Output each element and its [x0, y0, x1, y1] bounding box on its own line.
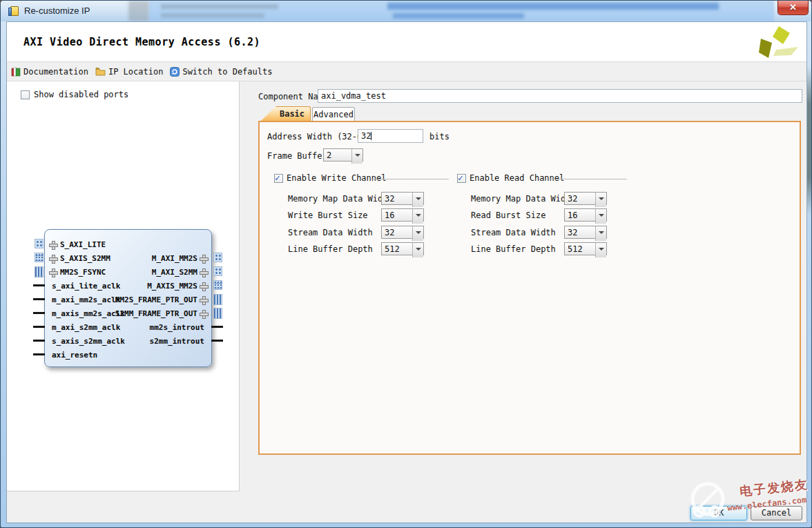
dropdown-arrow-icon	[412, 243, 423, 257]
pin-stub	[211, 340, 223, 342]
enable-write-channel-label: Enable Write Channel	[287, 173, 387, 183]
dropdown-arrow-icon	[595, 226, 606, 241]
cancel-button[interactable]: Cancel	[751, 506, 802, 520]
field-value: 16	[385, 210, 394, 221]
ip-title: AXI Video Direct Memory Access (6.2)	[23, 36, 260, 48]
interface-bars-icon	[213, 308, 222, 319]
field-label: Memory Map Data Width	[288, 194, 393, 204]
address-width-label: Address Width (32-64)	[267, 132, 372, 141]
port-MM2S_FRAME_PTR_OUT: MM2S_FRAME_PTR_OUT	[45, 295, 211, 306]
write-burst-size-dropdown[interactable]: 16	[381, 208, 424, 222]
pin-stub	[211, 326, 223, 328]
titlebar-blur-artifact	[393, 13, 524, 19]
titlebar-blur-artifact	[387, 3, 719, 10]
port-axi_resetn: axi_resetn	[45, 350, 211, 361]
interface-grid-icon	[35, 253, 44, 262]
dialog-body: AXI Video Direct Memory Access (6.2) Doc…	[6, 21, 807, 523]
field-label: Write Burst Size	[288, 211, 368, 220]
field-value: 32	[568, 227, 577, 238]
titlebar[interactable]: Re-customize IP ✕	[1, 1, 812, 21]
close-button[interactable]: ✕	[777, 1, 809, 15]
recustomize-ip-window: Re-customize IP ✕ AXI Video Direct Memor…	[0, 0, 812, 528]
stream-data-width-read-dropdown[interactable]: 32	[564, 226, 607, 239]
dropdown-arrow-icon	[595, 243, 606, 257]
enable-read-channel-checkbox[interactable]	[457, 174, 466, 183]
read-burst-size-dropdown[interactable]: 16	[564, 208, 607, 222]
toolbar: Documentation IP Location Switch to Defa…	[7, 62, 807, 81]
field-label: Line Buffer Depth	[471, 244, 556, 254]
window-title: Re-customize IP	[24, 6, 90, 16]
port-s2mm_introut: s2mm_introut	[45, 336, 211, 347]
address-width-unit: bits	[429, 132, 450, 141]
expand-plus-icon[interactable]	[200, 282, 207, 290]
dropdown-arrow-icon	[412, 193, 423, 207]
titlebar-blur-artifact	[161, 13, 264, 18]
dropdown-arrow-icon	[412, 209, 423, 224]
field-value: 16	[568, 210, 577, 221]
ip-block: S_AXI_LITES_AXIS_S2MMMM2S_FSYNCs_axi_lit…	[44, 229, 212, 367]
tab-basic[interactable]: Basic	[261, 106, 311, 121]
field-label: Memory Map Data Width	[471, 194, 576, 204]
address-width-value: 32	[361, 131, 371, 141]
field-value: 32	[568, 193, 577, 204]
dropdown-arrow-icon	[412, 226, 423, 241]
ip-header: AXI Video Direct Memory Access (6.2)	[7, 22, 807, 62]
mm-data-width-write-dropdown[interactable]: 32	[381, 192, 424, 205]
interface-grid-icon	[213, 280, 222, 290]
port-M_AXI_S2MM: M_AXI_S2MM	[45, 267, 211, 278]
frame-buffers-label: Frame Buffers	[267, 151, 332, 161]
ip-location-button[interactable]: IP Location	[95, 67, 163, 77]
expand-plus-icon[interactable]	[200, 255, 207, 262]
tab-advanced[interactable]: Advanced	[312, 107, 355, 121]
expand-plus-icon[interactable]	[200, 296, 207, 304]
line-buffer-depth-write-dropdown[interactable]: 512	[381, 242, 424, 255]
dropdown-arrow-icon	[351, 149, 362, 164]
field-value: 512	[385, 244, 400, 255]
line-buffer-depth-read-dropdown[interactable]: 512	[564, 242, 607, 255]
write-channel-group-header: Enable Write Channel	[274, 173, 387, 183]
ip-location-label: IP Location	[108, 67, 163, 77]
enable-write-channel-checkbox[interactable]	[274, 174, 283, 183]
documentation-button[interactable]: Documentation	[11, 67, 88, 77]
component-name-input[interactable]	[318, 89, 802, 103]
pin-stub	[33, 353, 45, 355]
show-disabled-ports-label: Show disabled ports	[34, 90, 128, 99]
frame-buffers-dropdown[interactable]: 2	[323, 148, 363, 162]
field-value: 32	[385, 193, 394, 204]
switch-to-defaults-button[interactable]: Switch to Defaults	[170, 67, 272, 77]
interface-bars-icon	[35, 266, 44, 277]
mm-data-width-read-dropdown[interactable]: 32	[564, 192, 607, 205]
interface-dots-icon	[213, 266, 222, 276]
stream-data-width-write-dropdown[interactable]: 32	[381, 226, 424, 239]
field-label: Read Burst Size	[471, 211, 545, 220]
titlebar-blur-artifact	[149, 1, 774, 21]
left-panel: Show disabled ports S_AXI_LITES_AXIS_S2M…	[7, 81, 240, 491]
interface-dots-icon	[35, 239, 44, 248]
read-channel-group-header: Enable Read Channel	[457, 173, 564, 183]
folder-icon	[95, 67, 106, 76]
show-disabled-ports-checkbox[interactable]	[21, 90, 30, 99]
pin-stub	[33, 340, 45, 342]
port-M_AXIS_MM2S: M_AXIS_MM2S	[45, 281, 211, 292]
field-label: Stream Data Width	[471, 228, 556, 237]
expand-plus-icon[interactable]	[200, 268, 207, 276]
basic-tab-panel	[258, 121, 801, 455]
dropdown-arrow-icon	[595, 193, 606, 207]
pin-stub	[33, 284, 45, 286]
refresh-icon	[170, 67, 180, 77]
expand-plus-icon[interactable]	[49, 241, 57, 248]
dropdown-arrow-icon	[595, 209, 606, 224]
xilinx-logo-icon	[758, 26, 798, 61]
field-label: Line Buffer Depth	[288, 244, 373, 254]
switch-to-defaults-label: Switch to Defaults	[182, 67, 272, 77]
book-icon	[11, 67, 21, 77]
interface-dots-icon	[213, 253, 222, 262]
port-mm2s_introut: mm2s_introut	[45, 322, 211, 333]
group-divider	[550, 179, 627, 179]
expand-plus-icon[interactable]	[200, 310, 207, 317]
window-icon	[8, 6, 19, 17]
field-value: 32	[385, 227, 394, 238]
port-S_AXI_LITE: S_AXI_LITE	[45, 239, 211, 251]
ok-button[interactable]: OK	[690, 506, 747, 520]
address-width-input[interactable]: 32	[358, 129, 423, 143]
